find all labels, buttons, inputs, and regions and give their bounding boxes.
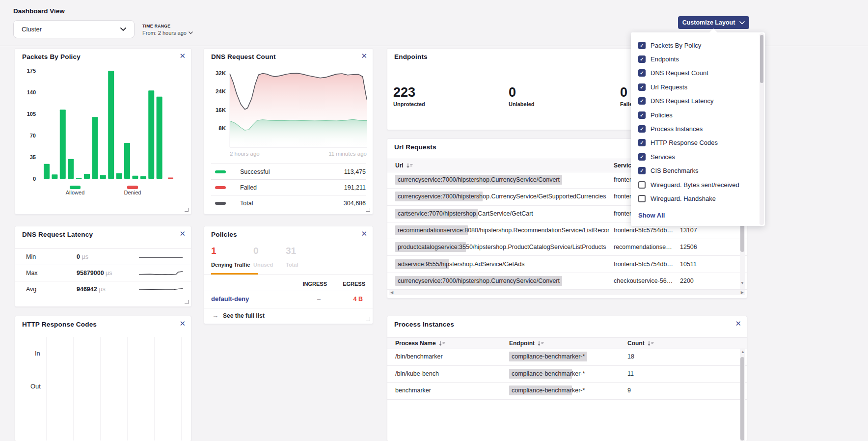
checkbox-checked-icon[interactable]: ✓ (638, 55, 646, 63)
dns-request-count-chart: 8K16K24K32K2 hours ago11 minutes ago (204, 49, 373, 162)
packets-by-policy-chart: 03570105140175AllowedDenied (15, 49, 191, 214)
sort-icon[interactable] (648, 341, 654, 346)
customize-layout-button[interactable]: Customize Layout (678, 16, 749, 29)
divider (204, 308, 373, 308)
checkbox-checked-icon[interactable]: ✓ (638, 69, 646, 77)
view-select-value: Cluster (22, 26, 42, 33)
endpoint-highlight: compliance-benchmar (509, 386, 572, 395)
resize-handle-icon[interactable] (185, 208, 189, 212)
menu-item-endpoints[interactable]: ✓Endpoints (638, 52, 679, 66)
horizontal-scrollbar[interactable]: ◀ ▶ (389, 290, 745, 295)
scroll-left-icon[interactable]: ◀ (390, 291, 393, 295)
close-icon[interactable]: ✕ (179, 52, 186, 59)
stat-value: 223 (393, 86, 425, 99)
menu-item-label: Packets By Policy (651, 42, 701, 49)
menu-item-packets-by-policy[interactable]: ✓Packets By Policy (638, 38, 701, 52)
url-rest: stershop.AdService/GetAds (449, 261, 525, 268)
view-select[interactable]: Cluster (13, 20, 135, 38)
url-request-row[interactable]: productcatalogservice:3550/hipstershop.P… (387, 239, 747, 256)
menu-item-http-response-codes[interactable]: ✓HTTP Response Codes (638, 136, 718, 150)
latency-unit: µs (81, 253, 88, 260)
menu-item-services[interactable]: ✓Services (638, 150, 675, 164)
checkbox-checked-icon[interactable]: ✓ (638, 97, 646, 105)
resize-handle-icon[interactable] (185, 300, 189, 304)
close-icon[interactable]: ✕ (361, 230, 367, 237)
menu-item-policies[interactable]: ✓Policies (638, 108, 673, 122)
count-cell: 2200 (680, 273, 709, 289)
time-range[interactable]: TIME RANGE From: 2 hours ago (142, 24, 193, 36)
column-header-label: Process Name (395, 340, 436, 347)
svg-text:2 hours ago: 2 hours ago (230, 151, 260, 157)
legend-label: Failed (240, 184, 257, 191)
legend-value: 113,475 (344, 168, 366, 175)
url-cell: recommendationservice:8080/hipstershop.R… (395, 222, 609, 239)
close-icon[interactable]: ✕ (735, 320, 741, 327)
show-all-link[interactable]: Show All (638, 212, 665, 219)
menu-item-label: HTTP Response Codes (651, 139, 718, 146)
latency-row-min: Min0 µs (15, 248, 191, 265)
scroll-right-icon[interactable]: ▶ (741, 291, 744, 295)
url-cell: currencyservice:7000/hipstershop.Currenc… (395, 188, 609, 205)
checkbox-checked-icon[interactable]: ✓ (638, 125, 646, 133)
checkbox-checked-icon[interactable]: ✓ (638, 83, 646, 91)
process-instance-row[interactable]: /bin/kube-benchcompliance-benchmarker-*1… (387, 365, 747, 383)
resize-handle-icon[interactable] (366, 317, 370, 321)
close-icon[interactable]: ✕ (361, 52, 367, 59)
latency-label: Min (26, 253, 36, 260)
legend-row-total: Total304,686 (211, 195, 366, 211)
menu-item-wireguard-bytes-sent-received[interactable]: Wireguard. Bytes sent/received (638, 178, 739, 192)
checkbox-unchecked-icon[interactable] (638, 181, 646, 189)
ingress-header: INGRESS (302, 281, 327, 287)
checkbox-checked-icon[interactable]: ✓ (638, 111, 646, 119)
service-cell: frontend-5fc5754db… (614, 256, 677, 273)
policy-stat-total[interactable]: 31Total (286, 246, 298, 268)
column-header-count[interactable]: Count (627, 338, 654, 349)
menu-item-dns-request-latency[interactable]: ✓DNS Request Latency (638, 94, 714, 108)
menu-item-dns-request-count[interactable]: ✓DNS Request Count (638, 66, 708, 80)
url-request-row[interactable]: adservice:9555/hipstershop.AdService/Get… (387, 256, 747, 273)
card-dns-request-latency: DNS Request Latency ✕ Min0 µsMax95879000… (15, 226, 191, 307)
menu-item-process-instances[interactable]: ✓Process Instances (638, 122, 703, 136)
checkbox-checked-icon[interactable]: ✓ (638, 42, 646, 49)
latency-label: Avg (26, 286, 36, 293)
card-title: Endpoints (394, 53, 428, 60)
scroll-down-icon[interactable]: ▼ (740, 281, 744, 285)
resize-handle-icon[interactable] (366, 208, 370, 212)
column-header-label: Url (395, 162, 404, 169)
checkbox-checked-icon[interactable]: ✓ (638, 139, 646, 146)
close-icon[interactable]: ✕ (179, 320, 186, 327)
sort-icon[interactable] (538, 341, 544, 346)
menu-scrollbar[interactable] (760, 33, 764, 225)
column-header-endpoint[interactable]: Endpoint (509, 338, 544, 349)
policy-stat-unused[interactable]: 0Unused (253, 246, 273, 268)
column-header-url[interactable]: Url (395, 159, 413, 172)
sort-icon[interactable] (407, 163, 413, 168)
policy-stat-denying-traffic[interactable]: 1Denying Traffic (211, 246, 250, 268)
menu-item-label: Services (651, 153, 675, 161)
checkbox-checked-icon[interactable]: ✓ (638, 167, 646, 174)
menu-item-cis-benchmarks[interactable]: ✓CIS Benchmarks (638, 164, 699, 178)
url-highlight: cartservice:7070/hipstershop. (395, 209, 478, 219)
url-request-row[interactable]: currencyservice:7000/hipstershop.Currenc… (387, 273, 747, 290)
policy-link[interactable]: default-deny (211, 295, 249, 303)
policy-ingress-value: – (317, 296, 321, 303)
menu-item-wireguard-handshake[interactable]: Wireguard. Handshake (638, 192, 716, 205)
latency-sparkline (138, 268, 184, 279)
menu-item-label: Policies (651, 111, 673, 119)
process-instance-row[interactable]: /bin/benchmarkercompliance-benchmarker-*… (387, 348, 747, 366)
column-header-process-name[interactable]: Process Name (395, 338, 445, 349)
scroll-up-icon[interactable]: ▲ (741, 350, 745, 354)
service-cell: recommendationse… (614, 239, 677, 255)
endpoint-rest: ker-* (572, 387, 585, 394)
see-full-list-link[interactable]: → See the full list (212, 312, 265, 319)
card-policies: Policies ✕ 1Denying Traffic0Unused31Tota… (204, 226, 373, 324)
sort-icon[interactable] (439, 341, 445, 346)
checkbox-checked-icon[interactable]: ✓ (638, 153, 646, 161)
legend-swatch-icon (215, 186, 226, 189)
checkbox-unchecked-icon[interactable] (638, 195, 646, 202)
menu-item-url-requests[interactable]: ✓Url Requests (638, 80, 687, 94)
row-label-out: Out (30, 383, 41, 390)
vertical-scrollbar[interactable]: ▲ (740, 348, 745, 441)
close-icon[interactable]: ✕ (179, 230, 186, 237)
process-instance-row[interactable]: benchmarkercompliance-benchmarker-*9 (387, 382, 747, 400)
